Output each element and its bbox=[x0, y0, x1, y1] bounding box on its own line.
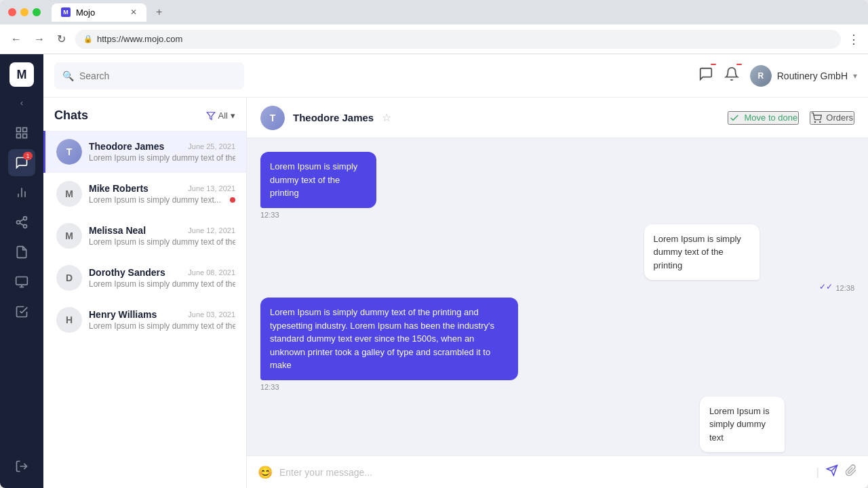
back-button[interactable]: ← bbox=[8, 30, 24, 48]
browser-tab[interactable]: M Mojo ✕ bbox=[52, 3, 146, 22]
address-bar[interactable]: 🔒 https://www.mojo.com bbox=[75, 30, 841, 49]
lock-icon: 🔒 bbox=[83, 35, 93, 43]
filter-button[interactable]: All ▾ bbox=[206, 110, 235, 121]
user-profile[interactable]: R Routinery GmbH ▾ bbox=[750, 65, 857, 87]
chat-item[interactable]: M Melissa Neal June 12, 2021 Lorem Ipsum… bbox=[43, 215, 246, 257]
attachment-button[interactable] bbox=[845, 464, 857, 480]
bell-notification-badge bbox=[736, 64, 742, 65]
message-text: Lorem Ipsum is simply dummy text of the … bbox=[270, 161, 357, 198]
svg-point-8 bbox=[17, 221, 20, 224]
app-topbar: 🔍 R Routine bbox=[43, 54, 868, 98]
svg-marker-16 bbox=[207, 112, 215, 119]
search-input[interactable] bbox=[79, 70, 198, 81]
chat-date: June 13, 2021 bbox=[188, 184, 235, 192]
message-bubble: Lorem Ipsum is simply dummy text of the … bbox=[644, 224, 760, 281]
filter-label: All bbox=[218, 110, 228, 121]
chat-badge: 1 bbox=[23, 152, 33, 160]
tab-close-icon[interactable]: ✕ bbox=[130, 7, 137, 17]
svg-point-7 bbox=[24, 217, 27, 220]
message-row: Lorem Ipsum is simply dummy text of the … bbox=[260, 298, 854, 391]
double-check-icon: ✓✓ bbox=[819, 282, 833, 291]
close-dot[interactable] bbox=[8, 8, 16, 16]
sidebar-item-reports[interactable] bbox=[8, 268, 35, 296]
orders-label: Orders bbox=[826, 113, 853, 123]
message-bubble: Lorem Ipsum is simply dummy text bbox=[700, 396, 785, 453]
message-time: 12:38 bbox=[835, 284, 854, 292]
svg-point-9 bbox=[24, 224, 27, 228]
message-time-row: ✓✓ 12:38 bbox=[644, 281, 855, 292]
sidebar-item-dashboard[interactable] bbox=[8, 119, 35, 146]
emoji-button[interactable]: 😊 bbox=[258, 465, 273, 480]
chat-notification-button[interactable] bbox=[698, 66, 713, 85]
chat-item[interactable]: M Mike Roberts June 13, 2021 Lorem Ipsum… bbox=[43, 173, 246, 215]
sidebar-collapse-button[interactable]: ‹ bbox=[14, 95, 30, 111]
chat-name: Henry Williams bbox=[89, 309, 157, 320]
new-tab-button[interactable]: + bbox=[156, 6, 162, 18]
avatar: T bbox=[56, 139, 82, 165]
browser-toolbar: ← → ↻ 🔒 https://www.mojo.com ⋮ bbox=[0, 24, 868, 54]
refresh-button[interactable]: ↻ bbox=[54, 30, 68, 48]
chat-main-area: T Theodore James ☆ Move to done Orders bbox=[247, 98, 868, 488]
message-text: Lorem Ipsum is simply dummy text of the … bbox=[270, 307, 494, 370]
message-row: Lorem Ipsum is simply dummy text of the … bbox=[260, 152, 854, 219]
chat-item[interactable]: D Dorothy Sanders June 08, 2021 Lorem Ip… bbox=[43, 257, 246, 299]
app-logo: M bbox=[9, 62, 34, 87]
sidebar-logout-button[interactable] bbox=[8, 453, 35, 480]
browser-titlebar: M Mojo ✕ + bbox=[0, 0, 868, 24]
chat-preview-text: Lorem Ipsum is simply dummy text of the.… bbox=[89, 279, 235, 289]
sidebar-item-invoices[interactable] bbox=[8, 298, 35, 325]
chat-info: Mike Roberts June 13, 2021 Lorem Ipsum i… bbox=[89, 183, 235, 205]
forward-button[interactable]: → bbox=[31, 30, 47, 48]
url-text: https://www.mojo.com bbox=[97, 34, 182, 44]
contact-name: Theodore James bbox=[293, 112, 374, 123]
topbar-search-bar[interactable]: 🔍 bbox=[54, 62, 244, 89]
svg-point-17 bbox=[815, 121, 816, 122]
sidebar-item-chats[interactable]: 1 bbox=[8, 149, 35, 176]
svg-rect-12 bbox=[16, 277, 28, 285]
sidebar-item-analytics[interactable] bbox=[8, 179, 35, 206]
chat-preview-text: Lorem Ipsum is simply dummy text of the.… bbox=[89, 237, 235, 247]
chat-date: June 08, 2021 bbox=[188, 268, 235, 277]
contact-avatar: T bbox=[260, 106, 285, 130]
chat-date: June 03, 2021 bbox=[188, 310, 235, 319]
user-name-label: Routinery GmbH bbox=[777, 70, 848, 81]
sidebar-item-workflow[interactable] bbox=[8, 209, 35, 236]
main-content: 🔍 R Routine bbox=[43, 54, 868, 488]
send-button[interactable] bbox=[826, 464, 838, 480]
orders-button[interactable]: Orders bbox=[810, 111, 854, 125]
svg-line-10 bbox=[20, 223, 24, 225]
message-input[interactable] bbox=[279, 467, 810, 478]
browser-menu-button[interactable]: ⋮ bbox=[848, 32, 860, 47]
svg-line-11 bbox=[20, 219, 24, 221]
sidebar-item-files[interactable] bbox=[8, 239, 35, 266]
message-input-area: 😊 | bbox=[247, 455, 868, 488]
tab-favicon: M bbox=[61, 7, 71, 17]
chat-name: Dorothy Sanders bbox=[89, 267, 165, 278]
message-row: Lorem Ipsum is simply dummy text ✓✓ 12:3… bbox=[260, 396, 854, 456]
message-time: 12:33 bbox=[260, 211, 471, 219]
svg-rect-2 bbox=[17, 134, 21, 138]
minimize-dot[interactable] bbox=[20, 8, 28, 16]
chat-name: Mike Roberts bbox=[89, 183, 149, 194]
chat-item[interactable]: T Theodore James June 25, 2021 Lorem Ips… bbox=[43, 131, 246, 173]
move-to-done-button[interactable]: Move to done bbox=[728, 111, 799, 125]
svg-point-18 bbox=[820, 121, 821, 122]
chat-item[interactable]: H Henry Williams June 03, 2021 Lorem Ips… bbox=[43, 299, 246, 341]
message-text: Lorem Ipsum is simply dummy text of the … bbox=[654, 234, 741, 270]
search-icon: 🔍 bbox=[62, 70, 74, 81]
maximize-dot[interactable] bbox=[33, 8, 41, 16]
message-row: Lorem Ipsum is simply dummy text of the … bbox=[260, 224, 854, 293]
message-bubble: Lorem Ipsum is simply dummy text of the … bbox=[260, 298, 518, 380]
tab-title: Mojo bbox=[76, 7, 95, 18]
chat-info: Melissa Neal June 12, 2021 Lorem Ipsum i… bbox=[89, 225, 235, 247]
chat-preview-text: Lorem Ipsum is simply dummy text of the.… bbox=[89, 321, 235, 331]
sidebar: M ‹ 1 bbox=[0, 54, 43, 488]
chat-date: June 12, 2021 bbox=[188, 226, 235, 235]
message-text: Lorem Ipsum is simply dummy text bbox=[709, 406, 770, 443]
content-layout: Chats All ▾ T bbox=[43, 98, 868, 488]
svg-rect-1 bbox=[23, 128, 27, 132]
chat-list-panel: Chats All ▾ T bbox=[43, 98, 247, 488]
bell-notification-button[interactable] bbox=[724, 66, 739, 85]
avatar: M bbox=[56, 181, 82, 207]
star-icon[interactable]: ☆ bbox=[382, 111, 391, 124]
